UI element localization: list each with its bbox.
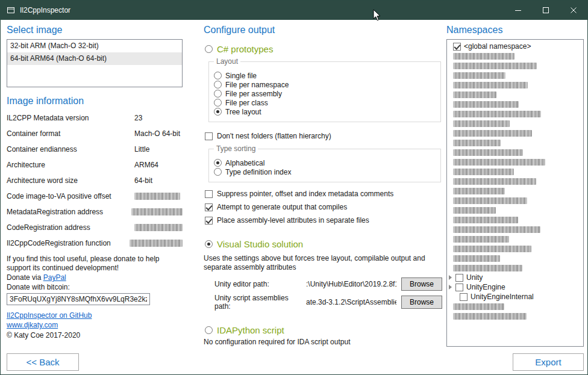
namespace-item[interactable] [447, 51, 583, 61]
flatten-checkbox-row[interactable]: Don't nest folders (flatten hierarchy) [204, 131, 442, 141]
layout-radio[interactable] [214, 81, 222, 88]
namespace-item[interactable] [447, 167, 583, 176]
layout-label: Single file [225, 72, 257, 80]
namespace-item[interactable]: UnityEngineInternal [447, 292, 583, 302]
visual-studio-label: Visual Studio solution [217, 239, 303, 249]
namespace-item[interactable]: <global namespace> [447, 42, 583, 51]
namespace-checkbox[interactable] [453, 43, 461, 51]
image-list-item[interactable]: 32-bit ARM (Mach-O 32-bit) [7, 40, 182, 52]
flatten-checkbox[interactable] [205, 132, 213, 140]
csharp-prototypes-radio[interactable] [205, 45, 213, 53]
layout-group-title: Layout [214, 57, 240, 66]
expander-icon[interactable] [449, 285, 452, 290]
namespace-checkbox[interactable] [455, 274, 463, 282]
output-checkbox-row[interactable]: Place assembly-level attributes in separ… [204, 215, 442, 226]
namespace-item[interactable] [447, 302, 583, 311]
namespace-item[interactable] [447, 61, 583, 70]
output-checkbox-row[interactable]: Attempt to generate output that compiles [204, 202, 442, 212]
namespace-item[interactable] [447, 128, 583, 138]
website-link[interactable]: www.djkaty.com [7, 321, 183, 329]
type-sorting-option[interactable]: Type definition index [214, 167, 436, 176]
layout-option[interactable]: Single file [214, 71, 436, 80]
info-value: 64-bit [134, 176, 152, 185]
idapython-option[interactable]: IDAPython script [204, 325, 442, 335]
output-checkbox[interactable] [205, 203, 213, 211]
namespace-item[interactable] [447, 244, 583, 253]
visual-studio-option[interactable]: Visual Studio solution [204, 239, 442, 249]
minimize-button[interactable] [504, 1, 532, 20]
namespace-item[interactable] [447, 157, 583, 167]
unity-editor-path-label: Unity editor path: [214, 280, 306, 288]
type-sorting-radio[interactable] [214, 168, 222, 176]
namespace-listbox[interactable]: <global namespace>UnityUnityEngineUnityE… [446, 39, 584, 347]
namespace-item[interactable] [447, 80, 583, 90]
image-listbox[interactable]: 32-bit ARM (Mach-O 32-bit)64-bit ARM64 (… [7, 39, 183, 87]
layout-radio[interactable] [214, 72, 222, 79]
layout-radio[interactable] [214, 90, 222, 98]
image-info-row: Architecture word size64-bit [7, 173, 183, 188]
type-sorting-label: Alphabetical [225, 159, 264, 167]
layout-option[interactable]: Tree layout [214, 107, 436, 116]
bitcoin-address-field[interactable] [7, 293, 150, 305]
namespace-item[interactable] [447, 205, 583, 215]
layout-radio[interactable] [214, 99, 222, 107]
namespace-item[interactable]: UnityEngine [447, 282, 583, 292]
namespace-item[interactable] [447, 186, 583, 196]
layout-radio[interactable] [214, 108, 222, 116]
namespace-item[interactable] [447, 196, 583, 205]
unity-editor-path-value: :\Unity\Hub\Editor\2019.2.8f1 [306, 280, 396, 288]
namespace-item[interactable] [447, 253, 583, 263]
namespace-item[interactable] [447, 311, 583, 321]
donate-text: If you find this tool useful, please don… [7, 255, 177, 273]
github-link[interactable]: Il2CppInspector on GitHub [7, 311, 183, 320]
visual-studio-radio[interactable] [205, 240, 213, 248]
namespace-checkbox[interactable] [455, 284, 463, 291]
redacted-namespace [453, 197, 527, 204]
layout-label: File per namespace [225, 81, 289, 89]
idapython-radio[interactable] [205, 326, 213, 334]
namespace-item[interactable] [447, 234, 583, 244]
namespace-item[interactable] [447, 138, 583, 147]
namespace-item[interactable] [447, 225, 583, 234]
paypal-link[interactable]: PayPal [43, 273, 66, 282]
namespace-item[interactable] [447, 263, 583, 273]
output-checkbox[interactable] [205, 190, 213, 198]
redacted-namespace [453, 91, 496, 98]
namespace-label: UnityEngine [466, 283, 505, 291]
namespace-item[interactable] [447, 70, 583, 80]
layout-option[interactable]: File per class [214, 98, 436, 107]
back-button[interactable]: << Back [7, 353, 79, 371]
unity-script-browse-button[interactable]: Browse [401, 296, 442, 309]
image-list-item[interactable]: 64-bit ARM64 (Mach-O 64-bit) [7, 52, 182, 65]
redacted-namespace [453, 265, 522, 271]
namespace-item[interactable]: Unity [447, 273, 583, 282]
redacted-namespace [453, 255, 500, 262]
namespace-item[interactable] [447, 109, 583, 119]
namespace-item[interactable] [447, 176, 583, 186]
type-sorting-radio[interactable] [214, 159, 222, 167]
layout-groupbox: Layout Single fileFile per namespaceFile… [208, 61, 441, 122]
layout-option[interactable]: File per assembly [214, 89, 436, 98]
redacted-namespace [453, 63, 537, 69]
unity-editor-path-row: Unity editor path: :\Unity\Hub\Editor\20… [204, 277, 442, 291]
output-checkbox[interactable] [205, 217, 213, 225]
redacted-namespace [453, 236, 509, 243]
type-sorting-option[interactable]: Alphabetical [214, 158, 436, 167]
image-info-row: CodeRegistration address [7, 220, 183, 235]
unity-editor-browse-button[interactable]: Browse [401, 277, 442, 291]
csharp-prototypes-label: C# prototypes [217, 44, 273, 54]
namespace-item[interactable] [447, 147, 583, 157]
export-button[interactable]: Export [513, 353, 584, 371]
namespace-item[interactable] [447, 99, 583, 109]
csharp-prototypes-option[interactable]: C# prototypes [204, 44, 442, 54]
layout-option[interactable]: File per namespace [214, 80, 436, 89]
close-button[interactable] [560, 1, 587, 20]
namespace-item[interactable] [447, 215, 583, 225]
namespace-item[interactable] [447, 90, 583, 99]
expander-icon[interactable] [449, 275, 452, 280]
layout-label: Tree layout [225, 108, 261, 116]
namespace-checkbox[interactable] [460, 293, 468, 301]
maximize-button[interactable] [532, 1, 560, 20]
output-checkbox-row[interactable]: Suppress pointer, offset and index metad… [204, 188, 442, 199]
namespace-item[interactable] [447, 119, 583, 128]
